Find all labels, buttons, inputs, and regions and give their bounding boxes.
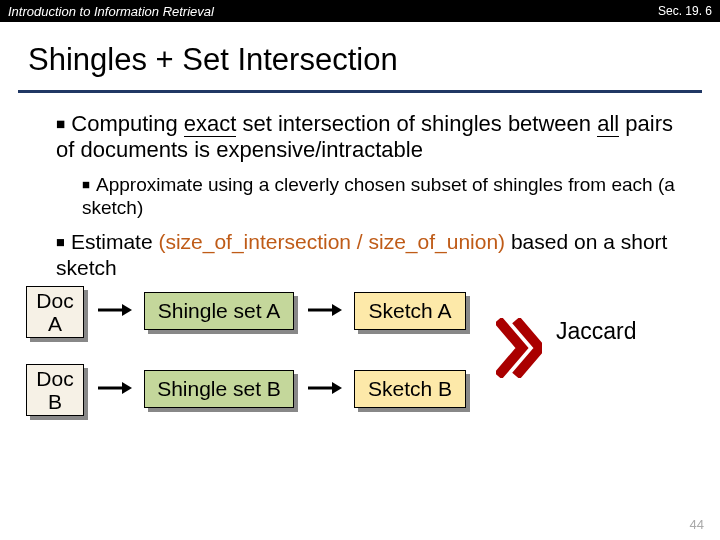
flow-diagram: Doc A Shingle set A Sketch A Doc B Shing… — [26, 286, 666, 436]
section-label: Sec. 19. 6 — [658, 4, 712, 18]
svg-marker-5 — [122, 382, 132, 394]
arrow-icon — [306, 378, 342, 398]
bullet-1: ■Computing exact set intersection of shi… — [56, 111, 692, 164]
page-number: 44 — [690, 517, 704, 532]
title-area: Shingles + Set Intersection — [0, 22, 720, 86]
box-doc-b: Doc B — [26, 364, 84, 416]
b1-text-pre: Computing — [71, 111, 184, 136]
svg-marker-1 — [122, 304, 132, 316]
b1-u2: all — [597, 111, 619, 137]
svg-marker-3 — [332, 304, 342, 316]
box-shingle-a: Shingle set A — [144, 292, 294, 330]
arrow-icon — [96, 300, 132, 320]
page-title: Shingles + Set Intersection — [28, 42, 700, 78]
body-content: ■Computing exact set intersection of shi… — [0, 93, 720, 436]
course-title: Introduction to Information Retrieval — [8, 4, 214, 19]
box-shingle-b: Shingle set B — [144, 370, 294, 408]
topbar: Introduction to Information Retrieval Se… — [0, 0, 720, 22]
bullet-icon: ■ — [82, 177, 90, 192]
b1-u1: exact — [184, 111, 237, 137]
bullet-2: ■Approximate using a cleverly chosen sub… — [82, 174, 692, 220]
arrow-icon — [306, 300, 342, 320]
arrow-icon — [96, 378, 132, 398]
jaccard-label: Jaccard — [556, 318, 637, 345]
box-sketch-b: Sketch B — [354, 370, 466, 408]
box-sketch-a: Sketch A — [354, 292, 466, 330]
bullet-3: ■Estimate (size_of_intersection / size_o… — [56, 229, 692, 279]
svg-marker-7 — [332, 382, 342, 394]
bullet-icon: ■ — [56, 115, 65, 132]
box-doc-a: Doc A — [26, 286, 84, 338]
b1-text-mid: set intersection of shingles between — [236, 111, 597, 136]
b2-text: Approximate using a cleverly chosen subs… — [82, 174, 675, 218]
b3-text-pre: Estimate — [71, 230, 159, 253]
chevron-right-icon — [496, 318, 542, 382]
bullet-icon: ■ — [56, 234, 65, 250]
b3-text-orange: (size_of_intersection / size_of_union) — [158, 230, 505, 253]
